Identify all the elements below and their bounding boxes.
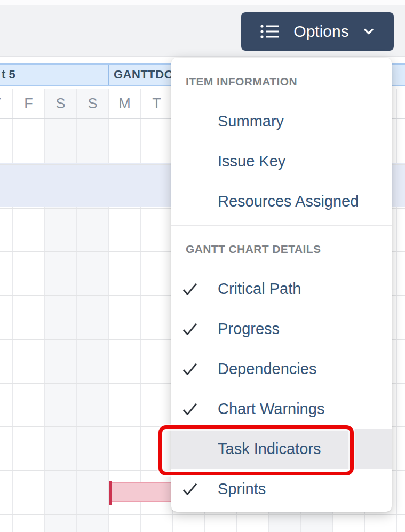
menu-item-label: Dependencies [218, 360, 316, 378]
menu-item-label: Issue Key [218, 153, 285, 170]
menu-item-label: Summary [218, 113, 284, 130]
day-label: F [24, 96, 33, 112]
day-label: S [88, 96, 97, 112]
menu-item-chart-warnings[interactable]: Chart Warnings [171, 389, 392, 429]
day-header-cell: T [141, 89, 173, 118]
day-label: M [118, 96, 131, 112]
task-bar[interactable] [109, 482, 176, 502]
list-icon [260, 23, 280, 39]
menu-item-label: Progress [218, 320, 280, 338]
menu-item-label: Critical Path [218, 280, 301, 298]
chevron-down-icon [362, 25, 375, 38]
sprint-cell-left: t 5 [0, 65, 109, 85]
day-header-cell: S [45, 89, 77, 118]
sprint-label: t 5 [2, 68, 15, 82]
day-header-cell: M [109, 89, 141, 118]
check-icon [181, 320, 199, 338]
menu-item-issue-key[interactable]: Issue Key [171, 141, 392, 181]
options-button-label: Options [293, 22, 348, 41]
menu-item-sprints[interactable]: Sprints [171, 469, 392, 509]
day-label: T [152, 96, 161, 112]
check-placeholder [181, 113, 199, 131]
options-button[interactable]: Options [241, 12, 394, 51]
day-header-cell: T [0, 89, 13, 118]
check-placeholder [181, 440, 199, 458]
menu-item-progress[interactable]: Progress [171, 309, 392, 349]
day-label: S [55, 96, 65, 112]
menu-item-label: Task Indicators [218, 440, 321, 458]
menu-item-label: Sprints [218, 480, 266, 498]
check-icon [181, 360, 199, 378]
sprint-label: GANTTDO [114, 68, 173, 82]
menu-item-task-indicators[interactable]: Task Indicators [171, 429, 392, 469]
menu-item-dependencies[interactable]: Dependencies [171, 349, 392, 389]
page-top-strip [0, 0, 405, 5]
menu-divider [171, 225, 392, 226]
menu-item-resources-assigned[interactable]: Resources Assigned [171, 181, 392, 221]
day-header-cell: F [13, 89, 45, 118]
day-label: T [0, 96, 1, 112]
task-start-cap-icon [109, 481, 112, 505]
options-menu: ITEM INFORMATIONSummaryIssue KeyResource… [171, 58, 392, 512]
menu-section-title: ITEM INFORMATION [186, 75, 392, 88]
check-placeholder [181, 153, 199, 171]
day-header-cell: S [77, 89, 109, 118]
menu-item-label: Resources Assigned [218, 193, 359, 210]
menu-section-title: GANTT CHART DETAILS [186, 243, 392, 256]
menu-item-critical-path[interactable]: Critical Path [171, 269, 392, 309]
gantt-screen: t 5 GANTTDO TFSSMT Options ITEM INFORMAT… [0, 0, 405, 532]
check-icon [181, 280, 199, 298]
menu-item-summary[interactable]: Summary [171, 101, 392, 141]
check-icon [181, 400, 199, 418]
menu-item-label: Chart Warnings [218, 400, 324, 418]
check-placeholder [181, 193, 199, 211]
day-header-cell [397, 89, 405, 118]
check-icon [181, 480, 199, 498]
